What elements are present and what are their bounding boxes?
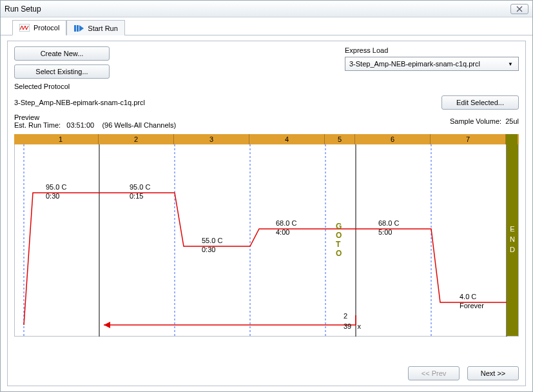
step4-time: 4:00 [276, 228, 289, 236]
step-header-6: 6 [355, 134, 431, 144]
step6-temp: 68.0 C [378, 219, 399, 227]
step3-temp: 55.0 C [202, 237, 222, 244]
step-header-1: 1 [23, 134, 99, 144]
step4-temp: 68.0 C [276, 219, 296, 227]
titlebar: Run Setup [1, 1, 532, 17]
tab-start-run[interactable]: Start Run [66, 20, 124, 35]
window-title: Run Setup [5, 5, 41, 14]
svg-rect-1 [74, 25, 76, 32]
tab-bar: Protocol Start Run [1, 17, 532, 35]
est-runtime-label: Est. Run Time: [14, 121, 61, 129]
prev-button: << Prev [408, 366, 460, 380]
protocol-chart: 95.0 C 0:30 95.0 C 0:15 55.0 C 0:30 68.0… [14, 144, 519, 337]
step7-time: Forever [460, 302, 484, 309]
tab-protocol-label: Protocol [34, 24, 59, 32]
step-header-7: 7 [431, 134, 506, 144]
step-header-5: 5 [325, 134, 355, 144]
express-load-combo[interactable]: 3-Step_Amp-NEB-epimark-snam-c1q.prcl ▼ [345, 57, 519, 71]
sample-volume-value: 25ul [505, 117, 519, 125]
select-existing-button[interactable]: Select Existing... [14, 64, 110, 79]
chevron-down-icon: ▼ [505, 59, 516, 69]
tab-protocol[interactable]: Protocol [12, 20, 66, 35]
preview-label: Preview [14, 113, 39, 121]
content-panel: Create New... Select Existing... Express… [7, 41, 526, 386]
sample-volume-label: Sample Volume: [450, 117, 501, 125]
run-setup-window: Run Setup Protocol Start Run Create New.… [0, 0, 533, 392]
end-label: END [507, 144, 518, 336]
svg-rect-2 [77, 25, 79, 32]
step6-time: 5:00 [378, 228, 392, 236]
protocol-step-header: 1234567 [14, 134, 519, 144]
step1-time: 0:30 [46, 192, 59, 200]
next-button[interactable]: Next >> [467, 366, 519, 380]
step7-temp: 4.0 C [460, 293, 476, 300]
wells-label: (96 Wells-All Channels) [102, 121, 176, 129]
goto-label: G O T O [336, 222, 342, 258]
express-load-label: Express Load [345, 46, 519, 54]
edit-selected-button[interactable]: Edit Selected... [441, 95, 519, 110]
create-new-button[interactable]: Create New... [14, 46, 110, 61]
loop-count: 39 x [344, 322, 361, 330]
step-header-2: 2 [99, 134, 174, 144]
tab-startrun-label: Start Run [88, 24, 117, 32]
est-runtime-value: 03:51:00 [66, 121, 94, 129]
step2-temp: 95.0 C [130, 183, 150, 191]
step2-time: 0:15 [130, 192, 143, 200]
selected-protocol-value: 3-Step_Amp-NEB-epimark-snam-c1q.prcl [14, 99, 145, 106]
step-header-3: 3 [174, 134, 249, 144]
step1-temp: 95.0 C [46, 183, 66, 191]
play-icon [73, 24, 84, 33]
close-button[interactable] [510, 4, 528, 14]
waveform-icon [19, 23, 30, 32]
selected-protocol-label: Selected Protocol [14, 83, 519, 90]
close-icon [516, 6, 523, 12]
step3-time: 0:30 [202, 246, 215, 253]
loop-target: 2 [344, 312, 347, 320]
express-load-value: 3-Step_Amp-NEB-epimark-snam-c1q.prcl [349, 60, 480, 68]
step-header-4: 4 [249, 134, 325, 144]
protocol-chart-svg [15, 144, 519, 337]
